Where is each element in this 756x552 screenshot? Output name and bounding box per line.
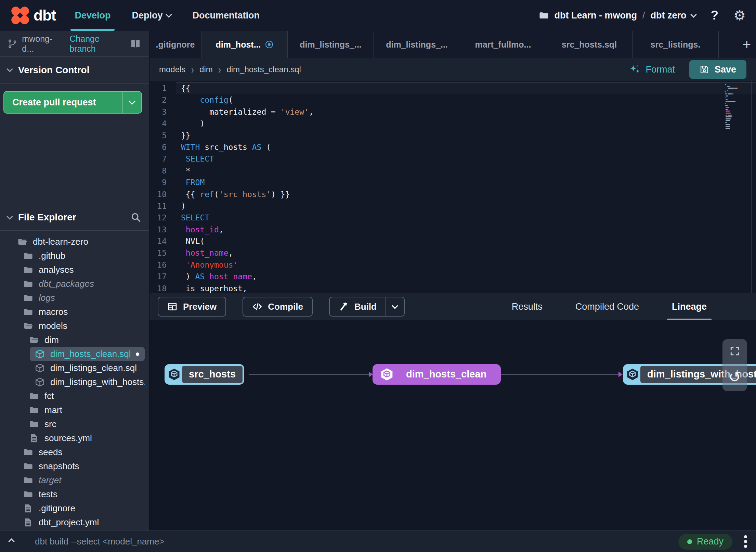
kebab-menu-button[interactable]	[743, 534, 748, 549]
refresh-icon[interactable]: ↺	[729, 370, 741, 385]
command-bar-expand-button[interactable]	[0, 531, 23, 552]
lineage-node-dim_hosts_clean[interactable]: dim_hosts_clean	[373, 364, 501, 385]
code-text: SELECT	[176, 212, 756, 223]
lineage-graph[interactable]: ↺ src_hostsdim_hosts_cleandim_listings_w…	[149, 320, 756, 531]
project-picker[interactable]: dbt Learn - mwong / dbt zero	[538, 10, 696, 21]
dbt-logo[interactable]: dbt	[10, 5, 56, 25]
tab-dim_listings_...[interactable]: dim_listings_...	[374, 31, 460, 58]
code-text: FROM	[176, 177, 756, 188]
editor-scrollbar[interactable]	[751, 81, 752, 293]
editor-minimap[interactable]	[725, 84, 747, 130]
line-number: 7	[149, 153, 176, 165]
tree-item-target[interactable]: target	[18, 473, 145, 487]
tab-mart_fullmo...[interactable]: mart_fullmo...	[460, 31, 546, 58]
preview-button[interactable]: Preview	[158, 297, 226, 317]
tree-item-snapshots[interactable]: snapshots	[18, 459, 145, 473]
help-button[interactable]: ?	[709, 8, 721, 23]
save-button[interactable]: Save	[689, 60, 746, 79]
status-badge: Ready	[678, 534, 732, 550]
breadcrumb-item[interactable]: models	[159, 65, 185, 74]
code-line-4: 4 )	[149, 118, 756, 129]
tree-item-dbt-learn-zero[interactable]: dbt-learn-zero	[12, 235, 145, 249]
tab-dim_host...[interactable]: dim_host...	[201, 31, 288, 58]
create-pull-request-button[interactable]: Create pull request	[3, 91, 142, 114]
code-editor[interactable]: 1{{2 config(3 materialized = 'view',4 )5…	[149, 81, 756, 293]
line-number: 8	[149, 165, 176, 177]
tree-item-.github[interactable]: .github	[18, 249, 145, 263]
tree-item-tests[interactable]: tests	[18, 487, 145, 501]
tab-src_listings.[interactable]: src_listings.	[633, 31, 719, 58]
code-line-11: 11)	[149, 200, 756, 212]
compile-button[interactable]: Compile	[243, 297, 313, 317]
fullscreen-icon[interactable]	[729, 346, 740, 357]
tab-label: dim_listings_...	[386, 40, 448, 50]
line-number: 11	[149, 200, 176, 212]
folder-icon	[29, 405, 39, 415]
panel-tab-results[interactable]: Results	[512, 293, 543, 320]
folder-icon	[23, 293, 34, 303]
format-button[interactable]: Format	[629, 64, 675, 75]
tree-item-.gitignore[interactable]: .gitignore	[18, 501, 145, 515]
nav-item-documentation[interactable]: Documentation	[192, 0, 260, 31]
line-number: 16	[149, 259, 176, 271]
tab-src_hosts.sql[interactable]: src_hosts.sql	[546, 31, 633, 58]
tree-item-dim_hosts_clean.sql[interactable]: dim_hosts_clean.sql	[30, 347, 145, 361]
account-name: dbt Learn - mwong	[555, 10, 637, 21]
build-dropdown-button[interactable]	[386, 297, 404, 316]
breadcrumb: models›dim›dim_hosts_clean.sql	[159, 64, 301, 75]
command-input[interactable]: dbt build --select <model_name>	[35, 536, 165, 547]
line-number: 12	[149, 212, 176, 223]
version-control-header[interactable]: Version Control	[0, 57, 149, 84]
panel-tab-lineage[interactable]: Lineage	[672, 293, 707, 320]
change-branch-link[interactable]: Change branch	[69, 34, 125, 54]
tree-item-src[interactable]: src	[24, 417, 145, 431]
tree-item-sources.yml[interactable]: sources.yml	[24, 431, 145, 445]
breadcrumb-item[interactable]: dim_hosts_clean.sql	[226, 65, 301, 74]
build-button[interactable]: Build	[329, 297, 405, 317]
panel-tab-compiled-code[interactable]: Compiled Code	[575, 293, 639, 320]
settings-gear-button[interactable]: ⚙	[733, 8, 746, 23]
compile-label: Compile	[268, 301, 303, 312]
main-nav: DevelopDeployDocumentation	[75, 0, 260, 31]
tree-item-label: fct	[44, 391, 54, 401]
tree-item-dbt_packages[interactable]: dbt_packages	[18, 277, 145, 291]
tab-label: mart_fullmo...	[475, 40, 531, 50]
nav-item-deploy[interactable]: Deploy	[132, 0, 171, 31]
file-explorer-header[interactable]: File Explorer	[0, 204, 149, 231]
tree-item-label: .github	[39, 251, 65, 261]
code-line-18: 18 is_superhost,	[149, 283, 756, 293]
sparkles-icon	[629, 64, 641, 75]
lineage-edge	[249, 374, 369, 375]
version-control-title: Version Control	[18, 65, 89, 76]
docs-book-icon[interactable]	[130, 38, 141, 49]
pull-request-dropdown-button[interactable]	[122, 92, 141, 113]
search-icon[interactable]	[130, 212, 141, 223]
tree-item-dim_listings_with_hosts...[interactable]: dim_listings_with_hosts...	[30, 375, 145, 389]
tree-item-macros[interactable]: macros	[18, 305, 145, 319]
floppy-disk-icon	[700, 65, 709, 74]
tab-.gitignore[interactable]: .gitignore	[149, 31, 201, 58]
lineage-node-src_hosts[interactable]: src_hosts	[165, 364, 244, 385]
tree-item-label: mart	[44, 405, 62, 415]
tree-item-dbt_project.yml[interactable]: dbt_project.yml	[18, 515, 145, 529]
breadcrumb-item[interactable]: dim	[199, 65, 213, 74]
tree-item-logs[interactable]: logs	[18, 291, 145, 305]
folder-icon	[29, 391, 39, 401]
tree-item-analyses[interactable]: analyses	[18, 263, 145, 277]
line-number: 4	[149, 118, 176, 129]
tree-item-seeds[interactable]: seeds	[18, 445, 145, 459]
code-line-14: 14 NVL(	[149, 235, 756, 247]
tree-item-models[interactable]: models	[18, 319, 145, 333]
new-tab-button[interactable]: +	[738, 31, 756, 58]
tree-item-dim[interactable]: dim	[24, 333, 145, 347]
dbt-cloud-ide: dbt DevelopDeployDocumentation dbt Learn…	[0, 0, 756, 552]
tree-item-mart[interactable]: mart	[24, 403, 145, 417]
nav-item-develop[interactable]: Develop	[75, 0, 110, 31]
tab-dim_listings_...[interactable]: dim_listings_...	[288, 31, 374, 58]
code-line-16: 16 'Anonymous'	[149, 259, 756, 271]
format-label: Format	[646, 64, 675, 75]
line-number: 17	[149, 271, 176, 282]
tree-item-fct[interactable]: fct	[24, 389, 145, 403]
sidebar: mwong-d... Change branch Version Control…	[0, 31, 149, 530]
tree-item-dim_listings_clean.sql[interactable]: dim_listings_clean.sql	[30, 361, 145, 375]
